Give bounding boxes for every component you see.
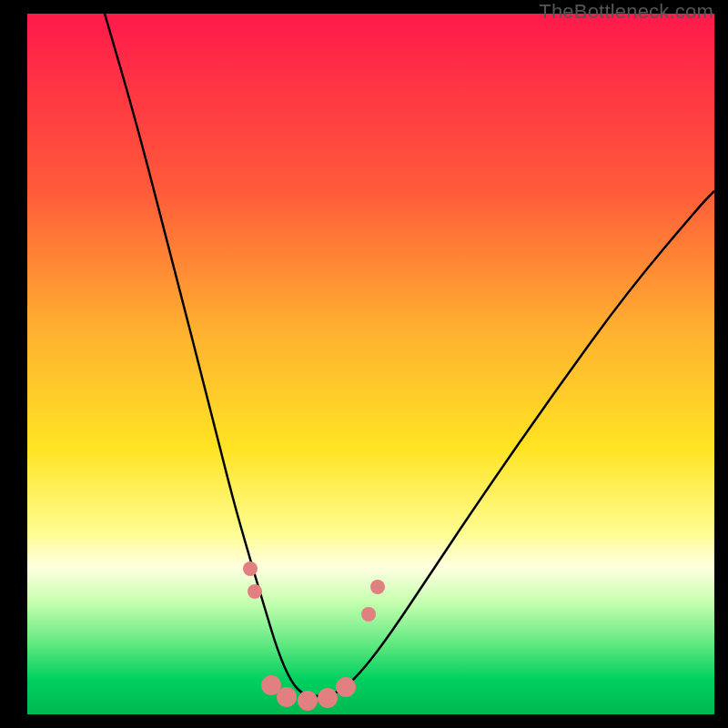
highlight-dot [318, 688, 338, 708]
highlight-dots-group [243, 561, 385, 711]
bottleneck-curve [105, 14, 714, 696]
gradient-plot-area [27, 14, 714, 714]
curve-svg [27, 14, 714, 714]
highlight-dot [361, 607, 376, 622]
highlight-dot [243, 561, 258, 576]
highlight-dot [248, 584, 262, 599]
highlight-dot [370, 580, 385, 594]
highlight-dot [336, 677, 356, 697]
highlight-dot [298, 691, 318, 711]
watermark-text: TheBottleneck.com [539, 0, 713, 24]
highlight-dot [277, 687, 297, 707]
